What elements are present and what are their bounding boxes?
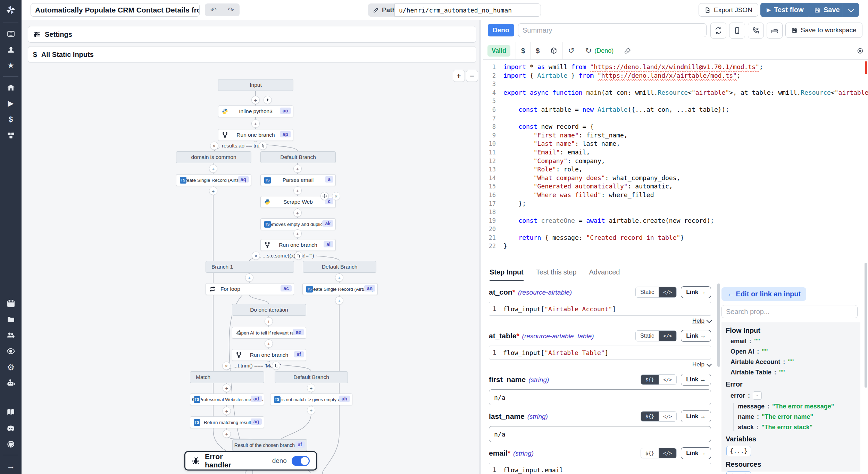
field-value-input[interactable]: n/a [489,389,711,405]
home-icon[interactable] [0,79,22,95]
focus-target-icon[interactable] [857,47,864,54]
link-button[interactable]: Link → [681,286,711,298]
insert-step-button[interactable]: + [293,186,302,195]
flow-settings-bar[interactable]: Settings [28,26,476,43]
insert-step-button[interactable]: + [223,407,231,415]
delete-node-button[interactable]: × [332,192,340,200]
help-link[interactable]: Help [692,361,704,368]
test-flow-button[interactable]: ▶ Test flow [760,3,810,17]
field-code-editor[interactable]: 1 flow_input["Airtable Account"] [489,302,711,316]
node-create-single-record-aq[interactable]: TS Create Single Record (Airtable) aq [176,174,251,186]
insert-step-button[interactable]: + [293,209,302,217]
node-inline-python3[interactable]: Inline python3 ao [218,105,293,117]
node-branch-1[interactable]: Branch 1 [206,261,294,273]
phone-call-icon-button[interactable] [748,23,764,39]
zoom-out-button[interactable]: − [466,70,478,82]
node-run-one-branch-ap[interactable]: Run one branch ap [218,129,293,141]
node-error-handler[interactable]: Error handler deno [184,451,317,471]
collapse-arrow-icon[interactable]: → [0,458,22,474]
variables-expander[interactable]: {...} [726,446,751,456]
node-result-chosen-branch[interactable]: Result of the chosen branch af [232,439,307,451]
insert-step-button[interactable]: + [265,317,273,325]
prop-row[interactable]: Open AI:"" [726,348,856,355]
prop-row[interactable]: Airtable Table:"" [726,369,856,376]
save-to-workspace-button[interactable]: Save to workspace [785,23,862,38]
prop-row[interactable]: error:- [726,391,856,400]
prop-row[interactable]: email:"" [726,338,856,345]
flow-title-input[interactable]: Automatically Populate CRM Contact Detai… [31,3,200,17]
node-do-one-iteration[interactable]: Do one iteration [232,304,306,316]
add-branch-button[interactable] [294,252,303,260]
help-link[interactable]: Help [692,318,704,324]
node-run-one-branch-af[interactable]: Run one branch af [232,349,306,361]
add-branch-button[interactable] [259,142,267,150]
collapse-button[interactable]: - [753,391,762,400]
edit-or-link-input-button[interactable]: ← Edit or link an input [721,287,806,301]
variables-dollar-icon[interactable]: $ [0,111,22,127]
summary-input[interactable]: Summary [518,23,707,37]
windmill-logo-icon[interactable] [0,0,22,20]
chevron-down-icon[interactable] [707,318,712,323]
node-branch-match[interactable]: Match [190,371,264,383]
node-parses-email[interactable]: TS Parses email a [260,174,336,186]
undo-button[interactable]: ↶ [205,3,222,16]
node-return-matching-result[interactable]: TS Return matching result ag [190,416,264,428]
remove-branch-button[interactable]: × [210,142,218,150]
insert-step-button[interactable]: + [293,229,302,238]
resources-blocks-icon[interactable] [0,127,22,143]
add-trigger-button[interactable] [264,96,272,104]
insert-step-button[interactable]: + [209,187,217,195]
github-icon[interactable] [0,436,22,452]
form-scrollbar[interactable] [717,283,720,367]
node-kill-professional-websites[interactable]: TS Kill Professional Websites mentions a… [190,393,264,405]
remove-branch-button[interactable]: × [252,252,260,260]
move-node-handle[interactable] [320,192,329,200]
eye-icon[interactable] [0,343,22,359]
all-static-inputs-bar[interactable]: $ All Static Inputs [28,46,476,63]
node-branch-domain-is-common[interactable]: domain is common [176,151,251,163]
insert-step-button[interactable]: + [251,96,260,104]
insert-step-button[interactable]: + [223,384,231,392]
field-code-editor[interactable]: 1 flow_input["Airtable Table"] [489,346,711,359]
insert-step-button[interactable]: + [209,164,217,173]
node-removes-empty-duplicates[interactable]: TS Removes empty and duplicates ak [260,218,336,230]
redo-button[interactable]: ↷ [222,3,240,16]
insert-step-button[interactable]: + [223,430,231,438]
tab-advanced[interactable]: Advanced [589,265,620,281]
node-default-branch[interactable]: Default Branch [260,151,336,163]
insert-step-button[interactable]: + [245,273,253,282]
field-value-input[interactable]: n/a [489,426,711,442]
node-for-loop[interactable]: For loop ac [206,283,294,295]
reset-icon[interactable]: ↺ [568,46,574,55]
input-mode-toggle[interactable]: ${}</> [641,374,677,385]
insert-step-button[interactable]: + [293,164,302,173]
prop-row[interactable]: message:"The error message" [738,403,856,410]
node-create-single-record-an[interactable]: TS Create Single Record (Airtable) an [302,283,378,295]
prop-row[interactable]: Airtable Account:"" [726,358,856,366]
input-mode-toggle[interactable]: Static</> [635,287,677,298]
folders-icon[interactable] [0,311,22,327]
field-code-editor[interactable]: 1 flow_input.email [489,463,711,474]
path-input[interactable]: u/henri/crm_automated_no_human [394,3,541,17]
assets-dollar-icon[interactable]: $ [521,47,525,55]
insert-step-button[interactable]: + [265,339,273,348]
panel-scrollbar[interactable] [865,263,867,388]
export-json-button[interactable]: Export JSON [699,3,758,17]
link-button[interactable]: Link → [681,447,711,459]
insert-step-button[interactable]: + [335,273,343,282]
node-does-not-match[interactable]: TS Does not match -> gives empty value a… [270,393,352,405]
star-icon[interactable]: ★ [0,58,22,74]
zoom-in-button[interactable]: + [453,70,465,82]
insert-step-button[interactable]: + [251,119,260,128]
settings-gear-icon[interactable]: ⚙ [0,359,22,375]
insert-step-button[interactable]: + [335,296,343,305]
link-button[interactable]: Link → [681,374,711,386]
reload-runtime-button[interactable]: ↻(Deno) [585,46,614,55]
tab-test-this-step[interactable]: Test this step [536,265,577,281]
workers-robot-icon[interactable] [0,375,22,391]
error-handler-toggle[interactable] [292,456,310,466]
groups-icon[interactable] [0,327,22,343]
node-default-branch[interactable]: Default Branch [303,261,376,273]
user-icon[interactable] [0,42,22,58]
code-editor[interactable]: 1import * as wmill from "https://deno.la… [483,60,868,265]
